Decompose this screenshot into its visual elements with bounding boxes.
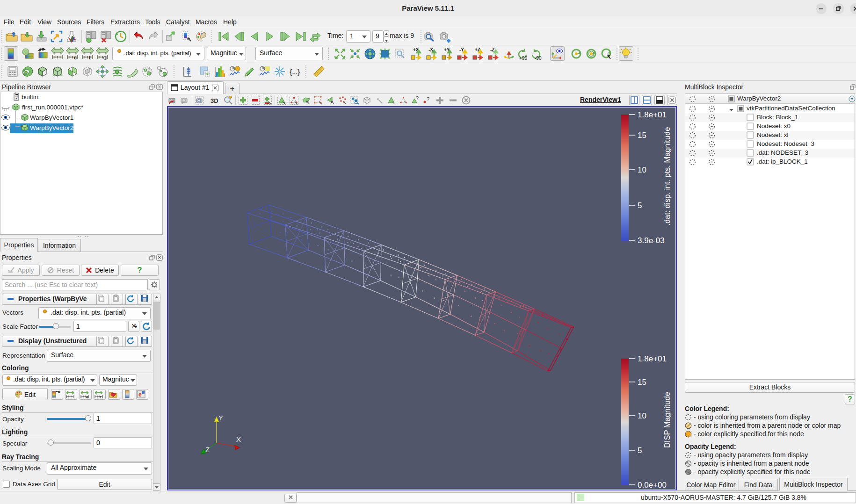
svg-text:-Z: -Z xyxy=(490,47,494,52)
svg-text:{...}: {...} xyxy=(290,68,300,76)
svg-text:1.8e+01: 1.8e+01 xyxy=(638,354,667,363)
svg-text:c: c xyxy=(74,55,77,60)
svg-text:15: 15 xyxy=(638,131,646,140)
svg-text:a: a xyxy=(86,395,88,399)
svg-text:Z: Z xyxy=(205,446,210,454)
svg-text:10: 10 xyxy=(638,411,646,420)
svg-text:10: 10 xyxy=(638,166,646,174)
svg-text:5: 5 xyxy=(638,201,642,210)
svg-text:3.9e-03: 3.9e-03 xyxy=(638,236,665,245)
svg-text:?: ? xyxy=(416,95,419,101)
svg-text:+90: +90 xyxy=(519,56,527,60)
svg-text:t: t xyxy=(100,395,102,399)
svg-text:?: ? xyxy=(427,96,429,102)
svg-text:5: 5 xyxy=(638,446,642,455)
svg-text:.dat: disp. int. pts. Magnitud: .dat: disp. int. pts. Magnitude xyxy=(663,127,671,226)
svg-text:DISP Magnitude: DISP Magnitude xyxy=(663,392,671,448)
svg-text:3D: 3D xyxy=(210,97,218,104)
svg-text:-90: -90 xyxy=(535,56,542,60)
svg-text:t: t xyxy=(89,55,91,60)
svg-text:15: 15 xyxy=(638,378,646,387)
svg-text:Y: Y xyxy=(218,414,223,422)
svg-text:e: e xyxy=(138,391,142,398)
svg-text:X: X xyxy=(236,435,241,443)
svg-text:0.0e+00: 0.0e+00 xyxy=(638,481,667,490)
svg-text:1.8e+01: 1.8e+01 xyxy=(638,110,667,119)
